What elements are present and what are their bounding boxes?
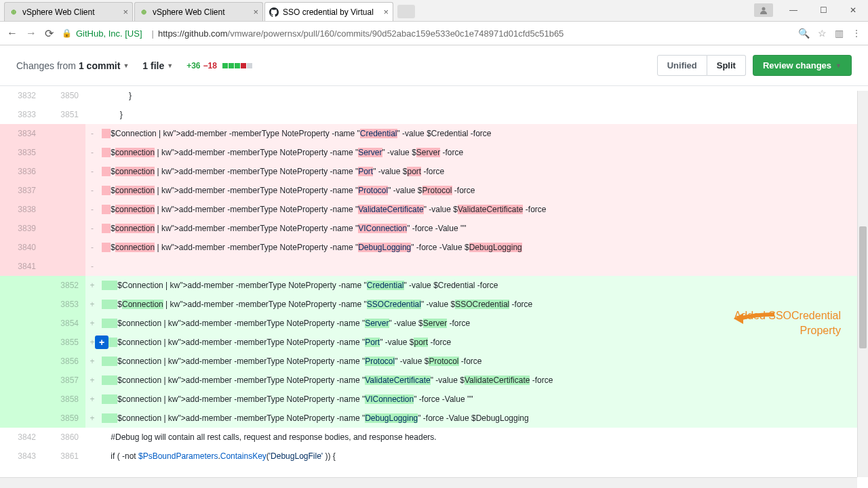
add-comment-button[interactable]: + [95, 336, 108, 349]
vertical-scrollbar[interactable] [857, 91, 868, 477]
window-close-button[interactable]: ✕ [838, 3, 868, 18]
tab-favicon: ⊕ [9, 7, 18, 17]
reload-button[interactable]: ⟳ [45, 27, 54, 40]
code-content[interactable]: $connection | kw">add-member -memberType… [99, 390, 868, 409]
line-number-new[interactable]: 3856 [43, 352, 85, 371]
line-number-new[interactable]: 3859 [43, 409, 85, 428]
line-number-new[interactable]: 3851 [43, 105, 85, 124]
code-content[interactable]: $connection | kw">add-member -memberType… [99, 352, 868, 371]
url-field[interactable]: 🔒 GitHub, Inc. [US] | https://github.com… [62, 28, 790, 39]
reader-icon[interactable]: ▥ [835, 28, 844, 39]
line-number-new[interactable] [43, 219, 85, 238]
line-number-old[interactable]: 3836 [0, 162, 43, 181]
diff-line: 3859+ $connection | kw">add-member -memb… [0, 409, 868, 428]
code-content[interactable]: if ( -not $PsBoundParameters.ContainsKey… [99, 447, 868, 466]
line-number-old[interactable] [0, 409, 43, 428]
line-number-new[interactable] [43, 238, 85, 257]
line-number-new[interactable]: 3861 [43, 447, 85, 466]
line-number-old[interactable] [0, 390, 43, 409]
line-number-new[interactable]: 3857 [43, 371, 85, 390]
code-content[interactable]: $Connection | kw">add-member -memberType… [99, 276, 868, 295]
line-number-old[interactable] [0, 333, 43, 352]
line-number-new[interactable] [43, 200, 85, 219]
browser-tab[interactable]: SSO credential by Virtual× [264, 2, 393, 21]
line-number-old[interactable]: 3839 [0, 219, 43, 238]
diff-line: 3841- [0, 257, 868, 276]
line-number-new[interactable]: 3858 [43, 390, 85, 409]
diff-toolbar: Changes from 1 commit ▼ 1 file ▼ +36 −18… [0, 45, 868, 86]
maximize-button[interactable]: ☐ [808, 3, 838, 18]
diff-view: 38323850 }38333851 }3834- $Connection | … [0, 86, 868, 466]
forward-button[interactable]: → [26, 27, 37, 39]
close-icon[interactable]: × [383, 7, 389, 17]
line-number-old[interactable]: 3842 [0, 428, 43, 447]
unified-button[interactable]: Unified [657, 55, 707, 76]
code-content[interactable]: } [99, 105, 868, 124]
menu-icon[interactable]: ⋮ [852, 28, 861, 39]
review-changes-button[interactable]: Review changes▼ [753, 55, 852, 76]
window-controls: — ☐ ✕ [754, 0, 868, 21]
code-content[interactable]: $connection | kw">add-member -memberType… [99, 219, 868, 238]
back-button[interactable]: ← [7, 27, 18, 39]
line-number-old[interactable] [0, 371, 43, 390]
code-content[interactable]: } [99, 86, 868, 105]
tab-favicon [269, 7, 279, 17]
code-content[interactable]: #Debug log will contain all rest calls, … [99, 428, 868, 447]
line-number-old[interactable]: 3843 [0, 447, 43, 466]
file-filter-dropdown[interactable]: 1 file ▼ [142, 60, 173, 71]
diff-line: 3834- $Connection | kw">add-member -memb… [0, 124, 868, 143]
chevron-down-icon: ▼ [835, 62, 842, 69]
line-number-new[interactable] [43, 257, 85, 276]
close-icon[interactable]: × [123, 7, 128, 17]
diff-line: 38323850 } [0, 86, 868, 105]
code-content[interactable]: $connection | kw">add-member -memberType… [99, 409, 868, 428]
chevron-down-icon: ▼ [123, 62, 129, 69]
line-number-old[interactable]: 3835 [0, 143, 43, 162]
line-number-new[interactable]: 3854 [43, 314, 85, 333]
code-content[interactable]: $connection | kw">add-member -memberType… [99, 162, 868, 181]
zoom-icon[interactable]: 🔍 [798, 28, 810, 39]
close-icon[interactable]: × [253, 7, 258, 17]
line-number-new[interactable]: 3850 [43, 86, 85, 105]
changes-from-dropdown[interactable]: Changes from 1 commit ▼ [16, 60, 129, 71]
line-number-old[interactable]: 3832 [0, 86, 43, 105]
line-number-new[interactable]: 3860 [43, 428, 85, 447]
browser-tab[interactable]: ⊕vSphere Web Client× [134, 2, 263, 21]
code-content[interactable]: $connection | kw">add-member -memberType… [99, 143, 868, 162]
line-number-new[interactable] [43, 162, 85, 181]
page-content: Changes from 1 commit ▼ 1 file ▼ +36 −18… [0, 45, 868, 488]
line-number-new[interactable]: 3852 [43, 276, 85, 295]
line-number-old[interactable]: 3838 [0, 200, 43, 219]
code-content[interactable]: $Connection | kw">add-member -memberType… [99, 124, 868, 143]
line-number-new[interactable]: 3855 [43, 333, 85, 352]
line-number-new[interactable] [43, 181, 85, 200]
star-icon[interactable]: ☆ [818, 28, 827, 39]
line-number-old[interactable]: 3837 [0, 181, 43, 200]
line-number-old[interactable]: 3840 [0, 238, 43, 257]
tab-title: vSphere Web Client [22, 7, 95, 17]
line-number-old[interactable] [0, 314, 43, 333]
diff-line: 3835- $connection | kw">add-member -memb… [0, 143, 868, 162]
code-content[interactable]: $connection | kw">add-member -memberType… [99, 371, 868, 390]
code-content[interactable]: $connection | kw">add-member -memberType… [99, 200, 868, 219]
code-content[interactable] [99, 257, 868, 276]
split-button[interactable]: Split [707, 55, 746, 76]
horizontal-scrollbar[interactable] [0, 477, 857, 488]
code-content[interactable]: $connection | kw">add-member -memberType… [99, 181, 868, 200]
line-number-new[interactable] [43, 143, 85, 162]
code-content[interactable]: $connection | kw">add-member -memberType… [99, 238, 868, 257]
line-number-old[interactable]: 3833 [0, 105, 43, 124]
line-number-new[interactable] [43, 124, 85, 143]
line-number-old[interactable] [0, 352, 43, 371]
profile-avatar[interactable] [754, 3, 773, 17]
diff-view-toggle[interactable]: Unified Split [657, 55, 746, 76]
line-number-old[interactable]: 3834 [0, 124, 43, 143]
diff-line: 38433861 if ( -not $PsBoundParameters.Co… [0, 447, 868, 466]
line-number-new[interactable]: 3853 [43, 295, 85, 314]
new-tab-button[interactable] [397, 5, 415, 18]
line-number-old[interactable] [0, 276, 43, 295]
browser-tab[interactable]: ⊕vSphere Web Client× [4, 2, 133, 21]
minimize-button[interactable]: — [778, 3, 808, 18]
line-number-old[interactable]: 3841 [0, 257, 43, 276]
line-number-old[interactable] [0, 295, 43, 314]
